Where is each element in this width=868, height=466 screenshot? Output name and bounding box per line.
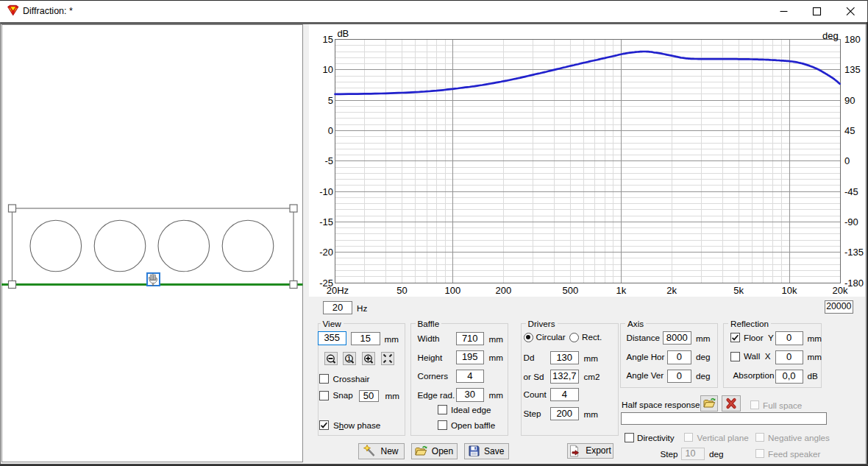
svg-text:-15: -15 (319, 216, 333, 227)
svg-text:100: 100 (445, 285, 461, 296)
svg-text:-90: -90 (844, 216, 858, 227)
svg-text:0: 0 (328, 125, 333, 136)
svg-text:-10: -10 (319, 186, 333, 197)
svg-text:180: 180 (844, 34, 861, 45)
svg-text:20Hz: 20Hz (327, 285, 349, 296)
svg-text:2k: 2k (666, 285, 677, 296)
svg-text:-135: -135 (844, 247, 864, 258)
svg-text:15: 15 (323, 34, 333, 45)
svg-text:90: 90 (844, 95, 855, 106)
svg-text:10k: 10k (782, 285, 797, 296)
svg-text:dB: dB (337, 28, 349, 39)
svg-text:1k: 1k (616, 285, 626, 296)
svg-text:200: 200 (495, 285, 511, 296)
svg-text:0: 0 (844, 155, 850, 166)
svg-text:5k: 5k (733, 285, 744, 296)
svg-text:5: 5 (328, 95, 333, 106)
svg-text:50: 50 (396, 285, 407, 296)
svg-text:deg: deg (822, 30, 839, 41)
svg-text:135: 135 (844, 64, 861, 75)
svg-text:-20: -20 (319, 247, 333, 258)
svg-text:20k: 20k (833, 285, 848, 296)
svg-text:-5: -5 (324, 155, 333, 166)
svg-text:-45: -45 (844, 186, 858, 197)
svg-text:500: 500 (563, 285, 579, 296)
svg-text:1: 1 (347, 355, 351, 362)
svg-text:45: 45 (844, 125, 855, 136)
svg-text:10: 10 (323, 64, 333, 75)
